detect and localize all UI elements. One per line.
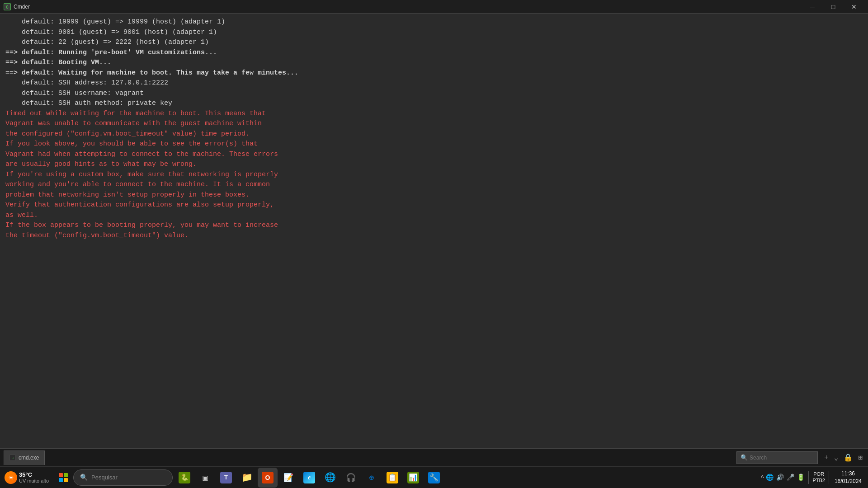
terminal-output: default: 19999 (guest) => 19999 (host) (… [0,14,868,448]
date-display: 16/01/2024 [835,478,862,485]
explorer-icon: 📁 [241,472,253,483]
window-title: Cmder [14,4,30,10]
terminal-line: problem that networking isn't setup prop… [5,190,863,201]
stickynotes-icon: 📋 [387,472,398,483]
title-bar: C Cmder ─ □ ✕ [0,0,868,14]
chevron-down-icon[interactable]: ⌄ [832,452,840,463]
taskbar-app-multi[interactable]: ⊕ [362,468,382,488]
lang-divider [829,471,829,484]
tab-cmd[interactable]: C cmd.exe [4,450,45,465]
tab-actions: + ⌄ 🔒 ⊞ [822,452,864,463]
taskbar-search-placeholder: Pesquisar [91,474,118,481]
taskbar-app-chrome[interactable]: 🌐 [320,468,340,488]
tab-bar: C cmd.exe 🔍 + ⌄ 🔒 ⊞ [0,448,868,466]
maximize-button[interactable]: □ [823,0,844,14]
weather-widget[interactable]: ☀ 35°C UV muito alto [0,471,53,484]
taskbar-app-notepad[interactable]: 📝 [278,468,298,488]
volume-icon[interactable]: 🔊 [776,474,784,481]
terminal-line: ==> default: Running 'pre-boot' VM custo… [5,48,863,58]
minimize-button[interactable]: ─ [802,0,823,14]
terminal-line: default: 9001 (guest) => 9001 (host) (ad… [5,28,863,38]
window-controls: ─ □ ✕ [802,0,864,14]
start-button[interactable] [53,468,73,488]
weather-info: 35°C UV muito alto [19,471,49,483]
search-input[interactable] [750,455,804,461]
terminal-line: default: SSH username: vagrant [5,89,863,99]
network-icon[interactable]: 🌐 [766,474,774,481]
taskbar-app-taskmanager[interactable]: 📊 [403,468,423,488]
taskbar-app-edge[interactable]: e [299,468,319,488]
edge-icon: e [303,472,315,483]
systray: ^ [760,474,764,481]
terminal-line: the configured ("config.vm.boot_timeout"… [5,129,863,140]
title-bar-left: C Cmder [4,3,30,10]
multi-icon: ⊕ [366,472,377,483]
terminal-line: default: 19999 (guest) => 19999 (host) (… [5,17,863,28]
taskbar-search-icon: 🔍 [80,474,88,481]
svg-text:C: C [12,456,14,460]
taskbar-app-snake[interactable]: 🐍 [175,468,194,488]
blue-app-icon: 🔧 [428,472,440,483]
terminal-line: default: 22 (guest) => 2222 (host) (adap… [5,38,863,48]
teams-app-icon: T [220,472,232,483]
chrome-icon: 🌐 [324,472,336,483]
system-icons: 🌐 🔊 🎤 🔋 [766,474,805,481]
taskbar-app-stickynotes[interactable]: 📋 [382,468,402,488]
terminal-line: If you're using a custom box, make sure … [5,170,863,180]
svg-text:C: C [6,5,9,10]
taskmanager-icon: 📊 [407,472,419,483]
systray-divider [808,471,809,484]
taskbar-app-office[interactable]: O [258,468,278,488]
terminal-line: Verify that authentication configuration… [5,200,863,211]
terminal-line: Vagrant had when attempting to connect t… [5,150,863,160]
terminal-line: default: SSH auth method: private key [5,99,863,109]
taskview-icon: ▣ [199,472,211,483]
terminal-line: Timed out while waiting for the machine … [5,109,863,119]
terminal-line: the timeout ("config.vm.boot_timeout") v… [5,231,863,241]
terminal-line: are usually good hints as to what may be… [5,160,863,170]
terminal-line: Vagrant was unable to communicate with t… [5,119,863,129]
taskbar-app-blue[interactable]: 🔧 [424,468,444,488]
app-icon: C [4,3,11,10]
search-icon: 🔍 [741,454,748,461]
add-tab-button[interactable]: + [822,453,830,463]
grid-icon: ⊞ [856,452,864,463]
tab-search-bar[interactable]: 🔍 [736,451,818,464]
language-indicator[interactable]: POR PTB2 [812,471,825,483]
windows-logo-icon [59,473,68,482]
battery-icon: 🔋 [797,474,805,481]
cmd-icon: C [9,455,16,461]
terminal-line: ==> default: Booting VM... [5,58,863,68]
close-button[interactable]: ✕ [844,0,864,14]
notepad-icon: 📝 [283,472,294,483]
taskbar-app-audio[interactable]: 🎧 [341,468,361,488]
tab-label: cmd.exe [19,455,39,461]
terminal-line: as well. [5,211,863,221]
terminal-line: working and you're able to connect to th… [5,180,863,190]
taskbar-app-teams[interactable]: T [216,468,236,488]
taskbar-search[interactable]: 🔍 Pesquisar [73,469,173,486]
taskbar-right: ^ 🌐 🔊 🎤 🔋 POR PTB2 11:36 16/01/2024 [756,470,868,485]
headphones-icon: 🎧 [345,472,357,483]
weather-icon: ☀ [5,471,17,484]
snake-app-icon: 🐍 [179,472,190,483]
taskbar-app-explorer[interactable]: 📁 [237,468,257,488]
terminal-line: If you look above, you should be able to… [5,139,863,150]
lang-code: POR [813,471,824,477]
systray-expand-icon[interactable]: ^ [760,474,764,481]
taskbar: ☀ 35°C UV muito alto 🔍 Pesquisar 🐍 ▣ T [0,466,868,488]
terminal-line: default: SSH address: 127.0.0.1:2222 [5,78,863,89]
weather-temp: 35°C [19,471,49,478]
clock[interactable]: 11:36 16/01/2024 [833,470,863,485]
weather-desc: UV muito alto [19,478,49,483]
terminal-line: ==> default: Waiting for machine to boot… [5,68,863,79]
terminal-line: If the box appears to be booting properl… [5,221,863,231]
time-display: 11:36 [841,470,855,478]
mic-icon[interactable]: 🎤 [787,474,794,481]
lock-icon: 🔒 [842,452,854,463]
office-icon: O [262,472,274,483]
taskbar-pinned-apps: 🐍 ▣ T 📁 O 📝 e 🌐 🎧 [173,468,446,488]
taskbar-app-taskview[interactable]: ▣ [195,468,215,488]
lang-layout: PTB2 [812,478,825,483]
